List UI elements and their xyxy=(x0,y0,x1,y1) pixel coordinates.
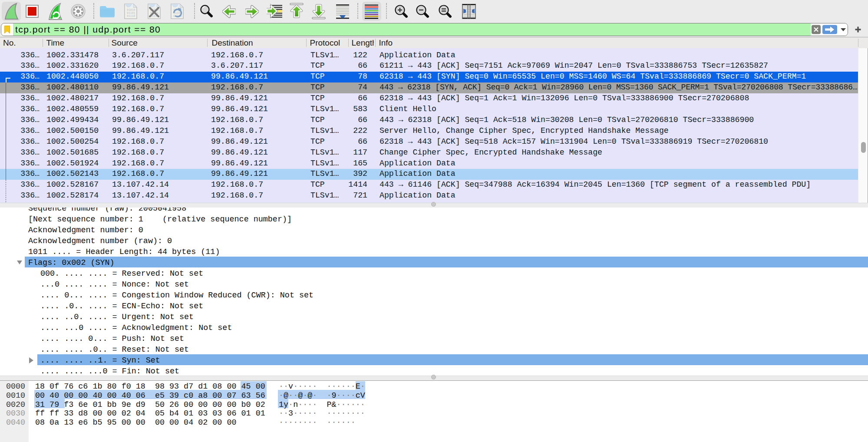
svg-text:01010: 01010 xyxy=(127,9,135,12)
svg-text:01110: 01110 xyxy=(127,15,135,18)
svg-text:01101: 01101 xyxy=(127,12,135,15)
